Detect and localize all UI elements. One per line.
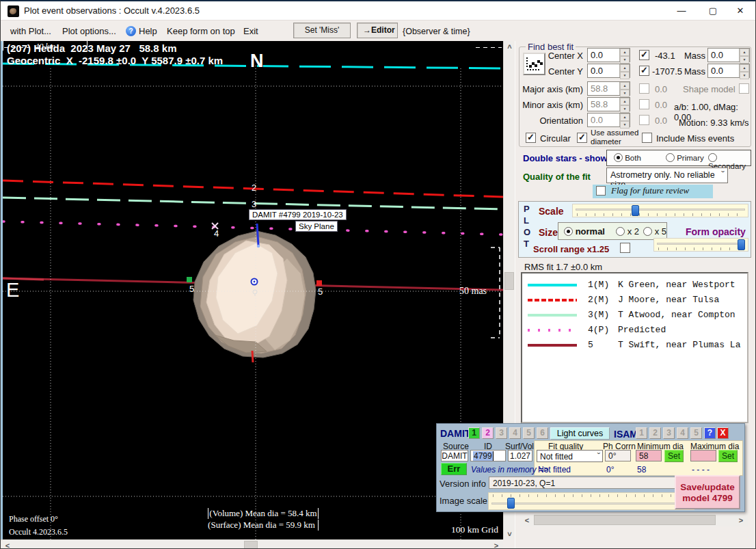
- damit-model-4-button[interactable]: 4: [509, 427, 521, 439]
- plot-area[interactable]: (207) Hedda 2023 May 27 58.8 km Geocentr…: [1, 41, 503, 539]
- isam-model-1-button[interactable]: 1: [636, 427, 647, 439]
- include-miss-checkbox[interactable]: [642, 133, 652, 143]
- light-curves-button[interactable]: Light curves: [550, 427, 610, 440]
- vertical-scroll-thumb[interactable]: [504, 272, 514, 290]
- quality-combobox[interactable]: Astrometry only. No reliable size: [606, 168, 728, 183]
- set-max-button[interactable]: Set: [718, 450, 738, 462]
- scale-slider-thumb[interactable]: [632, 205, 639, 216]
- horizontal-scroll-thumb[interactable]: [244, 541, 258, 549]
- center-x-spinner[interactable]: 0.0▲▼: [587, 48, 630, 62]
- legend-row[interactable]: 5T Swift, near Plumas La: [522, 338, 747, 353]
- scale-slider[interactable]: [572, 204, 748, 217]
- panel-scroll-right-icon[interactable]: >: [735, 515, 746, 526]
- scroll-down-icon[interactable]: ˅: [504, 528, 515, 539]
- damit-model-1-button[interactable]: 1: [468, 427, 480, 439]
- help-icon[interactable]: [126, 26, 136, 36]
- radio-normal-icon[interactable]: [564, 227, 573, 236]
- major-axis-spinner[interactable]: 58.8▲▼: [587, 81, 630, 96]
- major-axis-fit-checkbox[interactable]: [639, 83, 649, 94]
- panel-scroll-thumb[interactable]: [534, 515, 716, 525]
- legend-row[interactable]: 1(M)K Green, near Westport: [522, 278, 747, 293]
- center-x-fit-value: -43.1: [655, 51, 675, 61]
- scroll-left-icon[interactable]: <: [2, 540, 13, 549]
- plot-horizontal-scrollbar[interactable]: < >: [1, 539, 503, 549]
- menu-exit[interactable]: Exit: [243, 26, 258, 36]
- minor-axis-fit-checkbox[interactable]: [639, 99, 649, 109]
- plot-canvas[interactable]: [3, 41, 503, 539]
- damit-model-3-button[interactable]: 3: [496, 427, 507, 439]
- damit-help-button[interactable]: ?: [704, 427, 716, 439]
- orientation-label: Orientation: [510, 116, 583, 126]
- menu-plot-options[interactable]: Plot options...: [62, 26, 116, 36]
- editor-button[interactable]: →Editor: [357, 23, 398, 38]
- form-opacity-slider[interactable]: [653, 238, 748, 252]
- legend-row[interactable]: 4(P)Predicted: [522, 323, 747, 338]
- scroll-range-checkbox[interactable]: [620, 243, 630, 253]
- scroll-up-icon[interactable]: ˄: [504, 41, 515, 52]
- radio-both-icon[interactable]: [614, 153, 623, 162]
- image-scale-thumb[interactable]: [507, 498, 515, 509]
- panel-scroll-left-icon[interactable]: <: [522, 515, 532, 526]
- size-x2[interactable]: x 2: [616, 226, 639, 237]
- menu-with-plot[interactable]: with Plot...: [10, 26, 51, 36]
- double-stars-primary[interactable]: Primary: [666, 153, 704, 162]
- max-dia-cell[interactable]: [690, 450, 716, 461]
- menu-help[interactable]: Help: [139, 26, 157, 36]
- ph-corr-cell[interactable]: 0°: [605, 450, 631, 461]
- center-x-fit-checkbox[interactable]: [639, 50, 649, 60]
- fit-quality-combobox[interactable]: Not fitted: [537, 450, 603, 462]
- north-label: N: [250, 51, 264, 72]
- isam-model-5-button[interactable]: 5: [690, 427, 702, 439]
- isam-model-2-button[interactable]: 2: [649, 427, 661, 439]
- legend-row[interactable]: 3(M)T Atwood, near Compton: [522, 308, 747, 323]
- center-y-spinner[interactable]: 0.0▲▼: [587, 64, 630, 78]
- size-normal[interactable]: normal: [564, 226, 605, 237]
- menu-keep-on-top[interactable]: Keep form on top: [167, 26, 235, 36]
- legend-line-sample: [528, 314, 577, 317]
- mass-y-spinner[interactable]: 0.0▲▼: [707, 64, 750, 78]
- size-x5[interactable]: x 5: [643, 226, 666, 237]
- panel-horizontal-scrollbar[interactable]: < >: [520, 514, 748, 526]
- use-assumed-checkbox[interactable]: [577, 133, 587, 143]
- damit-close-button[interactable]: X: [717, 427, 729, 439]
- major-axis-fit-value: 0.0: [655, 84, 667, 94]
- radio-x2-icon[interactable]: [616, 227, 625, 236]
- set-miss-times-button[interactable]: Set 'Miss' Times: [293, 23, 351, 38]
- orientation-fit-checkbox[interactable]: [639, 115, 649, 125]
- damit-model-6-button[interactable]: 6: [537, 427, 548, 439]
- mass-x-spinner[interactable]: 0.0▲▼: [707, 48, 750, 62]
- model-id-field[interactable]: 4799: [470, 450, 506, 461]
- app-window: Plot event observations : Occult v.4.202…: [0, 0, 756, 549]
- radio-x5-icon[interactable]: [643, 227, 652, 236]
- maximize-icon[interactable]: ▢: [702, 3, 724, 18]
- image-scale-slider[interactable]: [488, 492, 694, 510]
- circular-checkbox[interactable]: [526, 133, 536, 143]
- scroll-right-icon[interactable]: >: [491, 540, 502, 549]
- app-icon: [8, 5, 19, 17]
- isam-model-3-button[interactable]: 3: [663, 427, 675, 439]
- double-stars-both[interactable]: Both: [614, 153, 641, 162]
- legend-row[interactable]: 2(M)J Moore, near Tulsa: [522, 293, 747, 308]
- version-info-field[interactable]: 2019-10-23, Q=1: [489, 477, 694, 489]
- min-dia-cell[interactable]: 58: [636, 450, 662, 461]
- use-assumed-label: Use assumed diameter: [591, 129, 640, 146]
- set-min-button[interactable]: Set: [664, 450, 684, 462]
- form-opacity-slider-thumb[interactable]: [738, 239, 745, 250]
- damit-model-2-button[interactable]: 2: [482, 427, 494, 439]
- orientation-spinner[interactable]: 0.0▲▼: [587, 113, 630, 127]
- radio-secondary-icon[interactable]: [708, 153, 717, 162]
- close-icon[interactable]: ✕: [729, 3, 751, 18]
- flag-review-checkbox[interactable]: [596, 186, 606, 196]
- minimize-icon[interactable]: —: [671, 3, 692, 18]
- err-button[interactable]: Err: [441, 463, 467, 475]
- radio-primary-icon[interactable]: [666, 153, 675, 162]
- values-in-memory-label: Values in memory =>: [471, 465, 548, 474]
- legend-line-sample: [528, 329, 577, 332]
- damit-model-5-button[interactable]: 5: [523, 427, 535, 439]
- observer-legend-list[interactable]: 1(M)K Green, near Westport2(M)J Moore, n…: [521, 272, 748, 423]
- center-y-fit-checkbox[interactable]: [639, 66, 649, 76]
- isam-model-4-button[interactable]: 4: [677, 427, 688, 439]
- save-update-model-button[interactable]: Save/update model 4799: [675, 475, 740, 509]
- shape-model-checkbox[interactable]: [739, 83, 749, 94]
- minor-axis-spinner[interactable]: 58.8▲▼: [587, 97, 630, 111]
